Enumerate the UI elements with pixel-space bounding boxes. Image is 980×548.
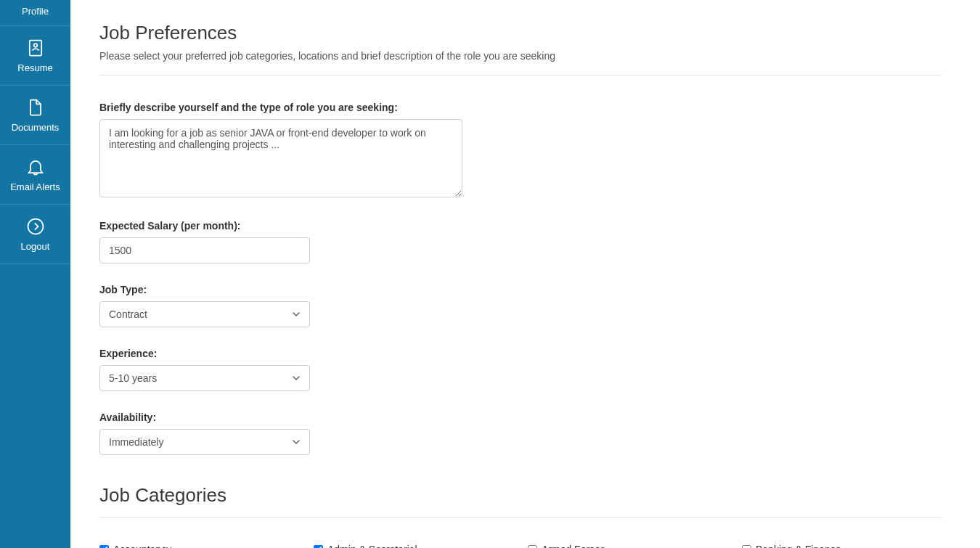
- divider: [99, 75, 942, 75]
- experience-select[interactable]: 5-10 years: [99, 365, 310, 391]
- category-checkbox[interactable]: [528, 545, 537, 549]
- salary-group: Expected Salary (per month):: [99, 220, 942, 263]
- jobtype-group: Job Type: Contract: [99, 284, 942, 327]
- categories-grid: Accountancy Admin & Secretarial Armed Fo…: [99, 544, 942, 548]
- category-label: Accountancy: [113, 544, 171, 548]
- category-item[interactable]: Armed Forces: [528, 544, 727, 548]
- availability-select[interactable]: Immediately: [99, 429, 310, 455]
- category-checkbox[interactable]: [99, 545, 109, 549]
- salary-input[interactable]: [99, 237, 310, 263]
- divider: [99, 517, 942, 518]
- availability-group: Availability: Immediately: [99, 412, 942, 455]
- page-title: Job Preferences: [99, 22, 942, 44]
- page-subtitle: Please select your preferred job categor…: [99, 50, 942, 62]
- resume-icon: [25, 38, 46, 58]
- sidebar-item-label: Email Alerts: [10, 181, 60, 192]
- sidebar-item-label: Logout: [21, 241, 50, 252]
- category-label: Admin & Secretarial: [327, 544, 417, 548]
- availability-label: Availability:: [99, 412, 942, 423]
- experience-group: Experience: 5-10 years: [99, 348, 942, 391]
- svg-point-1: [33, 44, 37, 47]
- category-item[interactable]: Admin & Secretarial: [314, 544, 513, 548]
- category-checkbox[interactable]: [742, 545, 751, 549]
- sidebar-item-resume[interactable]: Resume: [0, 26, 70, 86]
- sidebar-item-logout[interactable]: Logout: [0, 205, 70, 264]
- experience-label: Experience:: [99, 348, 942, 359]
- category-checkbox[interactable]: [314, 545, 323, 549]
- description-input[interactable]: [99, 119, 462, 197]
- sidebar: Profile Resume Documents Email Alerts Lo…: [0, 0, 70, 548]
- jobtype-select[interactable]: Contract: [99, 301, 310, 327]
- category-label: Armed Forces: [542, 544, 605, 548]
- salary-label: Expected Salary (per month):: [99, 220, 942, 232]
- sidebar-item-documents[interactable]: Documents: [0, 86, 70, 145]
- category-label: Banking & Finance: [756, 544, 841, 548]
- logout-icon: [25, 216, 46, 237]
- sidebar-item-profile[interactable]: Profile: [0, 0, 70, 26]
- documents-icon: [25, 97, 46, 118]
- main-content: Job Preferences Please select your prefe…: [70, 0, 971, 548]
- sidebar-item-label: Profile: [22, 6, 49, 17]
- description-label: Briefly describe yourself and the type o…: [99, 102, 942, 113]
- category-item[interactable]: Banking & Finance: [742, 544, 942, 548]
- sidebar-item-email-alerts[interactable]: Email Alerts: [0, 145, 70, 205]
- sidebar-item-label: Resume: [17, 62, 52, 73]
- svg-rect-0: [29, 41, 41, 56]
- description-group: Briefly describe yourself and the type o…: [99, 102, 942, 200]
- category-item[interactable]: Accountancy: [99, 544, 299, 548]
- categories-title: Job Categories: [99, 484, 942, 507]
- svg-point-2: [28, 219, 43, 234]
- bell-icon: [25, 157, 46, 177]
- jobtype-label: Job Type:: [99, 284, 942, 295]
- sidebar-item-label: Documents: [12, 122, 60, 133]
